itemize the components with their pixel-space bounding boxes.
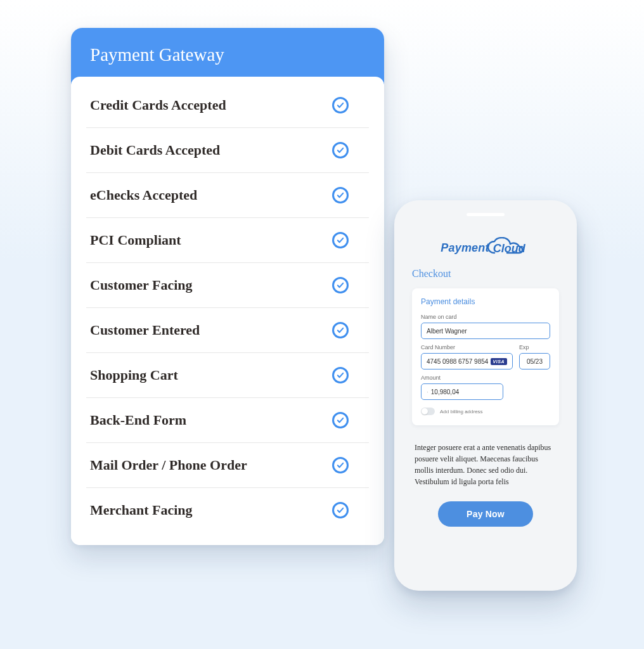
currency-placeholder-icon: ·: [427, 389, 428, 395]
card-brand-badge: VISA: [491, 358, 507, 365]
amount-label: Amount: [421, 375, 550, 381]
feature-row: Back-End Form: [86, 398, 369, 443]
amount-input[interactable]: [431, 389, 498, 395]
feature-list: Credit Cards AcceptedDebit Cards Accepte…: [71, 77, 384, 545]
exp-label: Exp: [519, 344, 550, 350]
description-text: Integer posuere erat a ante venenatis da…: [415, 442, 557, 487]
feature-row: eChecks Accepted: [86, 173, 369, 218]
feature-card-title: Payment Gateway: [71, 28, 384, 84]
feature-label: Customer Facing: [90, 277, 193, 293]
feature-row: Mail Order / Phone Order: [86, 443, 369, 488]
feature-card: Payment Gateway Credit Cards AcceptedDeb…: [71, 28, 384, 545]
feature-label: PCI Compliant: [90, 232, 181, 248]
check-circle-icon: [332, 502, 349, 518]
card-number-label: Card Number: [421, 344, 513, 350]
feature-label: Debit Cards Accepted: [90, 142, 220, 158]
feature-label: Mail Order / Phone Order: [90, 457, 247, 473]
feature-label: Back-End Form: [90, 412, 186, 428]
feature-row: Merchant Facing: [86, 488, 369, 532]
feature-label: Customer Entered: [90, 322, 200, 338]
feature-row: Debit Cards Accepted: [86, 128, 369, 173]
brand-part2: Cloud: [489, 242, 531, 255]
billing-toggle-label: Add billing address: [440, 409, 483, 414]
name-on-card-input[interactable]: [427, 328, 544, 335]
check-circle-icon: [332, 412, 349, 428]
card-number-input[interactable]: [427, 358, 491, 365]
brand-cloud-icon: Cloud: [489, 242, 531, 255]
checkout-title: Checkout: [412, 268, 559, 280]
check-circle-icon: [332, 277, 349, 293]
payment-details-card: Payment details Name on card Card Number…: [412, 288, 559, 425]
check-circle-icon: [332, 322, 349, 338]
feature-label: Shopping Cart: [90, 367, 178, 383]
brand-logo: Payment Cloud: [412, 241, 559, 255]
check-circle-icon: [332, 367, 349, 383]
feature-row: Shopping Cart: [86, 353, 369, 398]
feature-row: Customer Entered: [86, 308, 369, 353]
amount-field[interactable]: ·: [421, 383, 503, 400]
phone-screen: Payment Cloud Checkout Payment details N…: [402, 222, 569, 581]
exp-input[interactable]: [525, 358, 544, 365]
check-circle-icon: [332, 457, 349, 473]
phone-notch: [467, 213, 505, 216]
payment-details-title: Payment details: [421, 297, 550, 306]
check-circle-icon: [332, 232, 349, 248]
name-on-card-label: Name on card: [421, 314, 550, 320]
phone-mockup: Payment Cloud Checkout Payment details N…: [394, 200, 577, 591]
check-circle-icon: [332, 142, 349, 158]
check-circle-icon: [332, 187, 349, 203]
check-circle-icon: [332, 97, 349, 113]
exp-field[interactable]: [519, 353, 550, 369]
feature-label: Credit Cards Accepted: [90, 97, 226, 113]
brand-part1: Payment: [441, 241, 489, 254]
feature-label: eChecks Accepted: [90, 187, 197, 203]
feature-label: Merchant Facing: [90, 502, 193, 518]
feature-row: Credit Cards Accepted: [86, 83, 369, 128]
card-number-field[interactable]: VISA: [421, 353, 513, 369]
feature-row: Customer Facing: [86, 263, 369, 308]
name-on-card-field[interactable]: [421, 323, 550, 339]
pay-now-button[interactable]: Pay Now: [438, 501, 533, 527]
billing-toggle[interactable]: [421, 408, 435, 415]
feature-row: PCI Compliant: [86, 218, 369, 263]
